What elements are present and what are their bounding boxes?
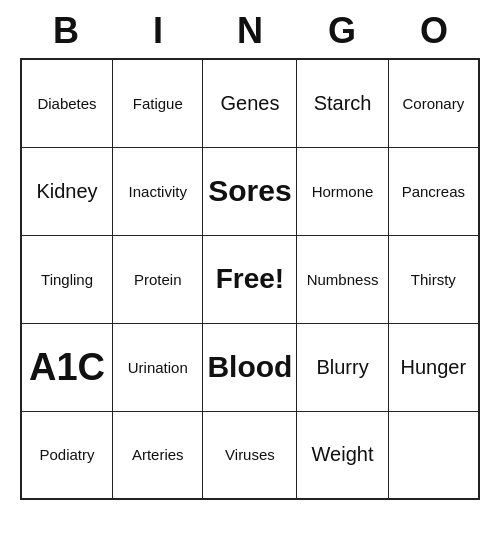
grid-row-0: DiabetesFatigueGenesStarchCoronary <box>21 59 479 147</box>
grid-cell-1-1: Inactivity <box>113 147 203 235</box>
grid-cell-4-2: Viruses <box>203 411 297 499</box>
grid-cell-2-0: Tingling <box>21 235 113 323</box>
grid-cell-3-1: Urination <box>113 323 203 411</box>
bingo-header: BINGO <box>20 0 480 58</box>
grid-row-3: A1CUrinationBloodBlurryHunger <box>21 323 479 411</box>
grid-cell-2-4: Thirsty <box>388 235 479 323</box>
grid-cell-3-3: Blurry <box>297 323 388 411</box>
grid-row-4: PodiatryArteriesVirusesWeight <box>21 411 479 499</box>
grid-cell-0-2: Genes <box>203 59 297 147</box>
grid-cell-0-1: Fatigue <box>113 59 203 147</box>
grid-cell-3-4: Hunger <box>388 323 479 411</box>
grid-cell-1-3: Hormone <box>297 147 388 235</box>
grid-cell-4-0: Podiatry <box>21 411 113 499</box>
grid-cell-2-3: Numbness <box>297 235 388 323</box>
grid-cell-0-4: Coronary <box>388 59 479 147</box>
grid-cell-3-0: A1C <box>21 323 113 411</box>
grid-row-1: KidneyInactivitySoresHormonePancreas <box>21 147 479 235</box>
grid-cell-2-2: Free! <box>203 235 297 323</box>
grid-cell-4-3: Weight <box>297 411 388 499</box>
grid-cell-1-2: Sores <box>203 147 297 235</box>
bingo-grid: DiabetesFatigueGenesStarchCoronaryKidney… <box>20 58 480 500</box>
header-letter-o: O <box>394 10 474 52</box>
grid-cell-0-3: Starch <box>297 59 388 147</box>
grid-cell-2-1: Protein <box>113 235 203 323</box>
header-letter-b: B <box>26 10 106 52</box>
grid-cell-3-2: Blood <box>203 323 297 411</box>
header-letter-n: N <box>210 10 290 52</box>
grid-cell-1-0: Kidney <box>21 147 113 235</box>
header-letter-g: G <box>302 10 382 52</box>
grid-row-2: TinglingProteinFree!NumbnessThirsty <box>21 235 479 323</box>
header-letter-i: I <box>118 10 198 52</box>
grid-cell-4-4 <box>388 411 479 499</box>
grid-cell-1-4: Pancreas <box>388 147 479 235</box>
grid-cell-0-0: Diabetes <box>21 59 113 147</box>
grid-cell-4-1: Arteries <box>113 411 203 499</box>
